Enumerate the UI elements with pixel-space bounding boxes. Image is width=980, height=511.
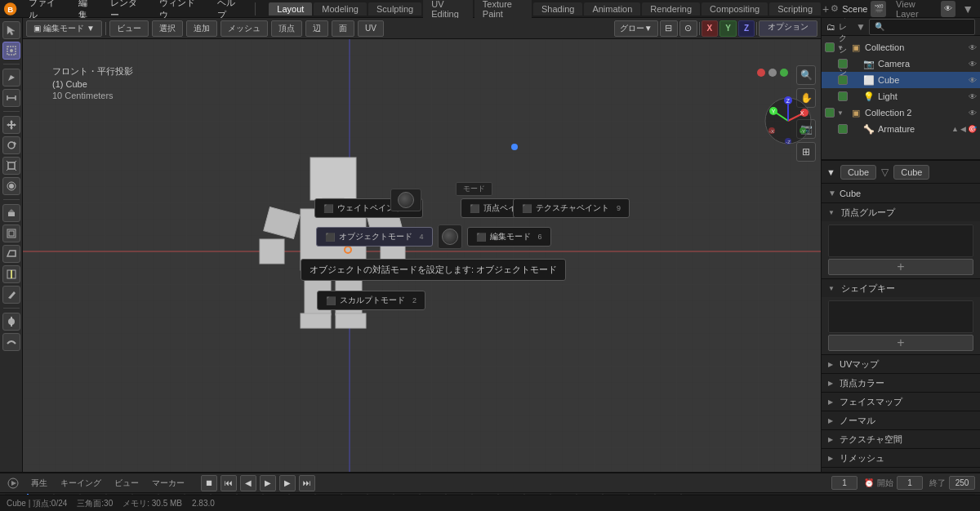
workspace-texture-paint[interactable]: Texture Paint: [474, 0, 532, 20]
workspace-modeling[interactable]: Modeling: [314, 2, 367, 16]
zoom-btn[interactable]: 🔍: [796, 65, 816, 85]
axes-widget[interactable]: X Y Z -X -Y -Z: [764, 96, 813, 145]
vertex-menu[interactable]: 頂点: [271, 20, 302, 37]
option-btn[interactable]: オプション: [759, 20, 817, 37]
object-mode-btn[interactable]: ⬛ オブジェクトモード 4: [316, 227, 433, 247]
section-texture-space-header[interactable]: ▶ テクスチャ空間: [822, 430, 980, 448]
keying-label[interactable]: キーイング: [57, 476, 105, 491]
workspace-sculpting[interactable]: Sculpting: [368, 2, 421, 16]
tool-scale[interactable]: [2, 157, 20, 175]
view-layer-icon[interactable]: 👁: [941, 1, 956, 17]
uv-menu[interactable]: UV: [358, 20, 384, 37]
play-btn[interactable]: ▶: [260, 475, 276, 491]
view-label[interactable]: ビュー: [111, 476, 142, 491]
tree-item-light[interactable]: ▶ 💡 Light 👁: [822, 88, 980, 104]
armature-ctrl-2[interactable]: ◀: [960, 125, 966, 133]
scene-icon[interactable]: 🎬: [871, 1, 886, 17]
tool-loop-cut[interactable]: [2, 265, 20, 283]
tool-annotate[interactable]: [2, 69, 20, 87]
collection2-checkbox[interactable]: [825, 108, 835, 118]
armature-ctrl-1[interactable]: ▲: [951, 125, 959, 133]
workspace-animation[interactable]: Animation: [584, 2, 640, 16]
viewport[interactable]: ▣ 編集モード ▼ ビュー 選択 追加 メッシュ 頂点 辺 面 UV グロー▼ …: [23, 18, 821, 472]
filter-icon[interactable]: ▼: [962, 2, 973, 16]
tool-knife[interactable]: [2, 286, 20, 304]
jump-end-btn[interactable]: ⏭: [299, 475, 315, 491]
armature-ctrl-3[interactable]: 🎯: [968, 125, 977, 133]
mesh-menu[interactable]: メッシュ: [220, 20, 268, 37]
tool-move[interactable]: [2, 116, 20, 134]
workspace-compositing[interactable]: Compositing: [702, 2, 768, 16]
mesh-name-tag[interactable]: Cube: [893, 165, 929, 180]
section-uv-header[interactable]: ▶ UVマップ: [822, 355, 980, 373]
section-face-maps-header[interactable]: ▶ フェイスマップ: [822, 393, 980, 411]
sculpt-mode-btn[interactable]: ⬛ スカルプトモード 2: [317, 291, 425, 310]
collection-checkbox[interactable]: [825, 42, 835, 52]
axis-y-btn[interactable]: Y: [719, 20, 737, 37]
select-menu[interactable]: 選択: [152, 20, 183, 37]
workspace-uv-editing[interactable]: UV Editing: [423, 0, 473, 20]
workspace-layout[interactable]: Layout: [269, 2, 312, 16]
mode-toggle[interactable]: [390, 189, 421, 211]
section-vertex-groups-header[interactable]: ▼ 頂点グループ: [822, 203, 980, 221]
object-name-tag[interactable]: Cube: [840, 165, 876, 180]
tool-extrude[interactable]: [2, 204, 20, 222]
playback-label[interactable]: 再生: [28, 476, 51, 491]
proportional-btn[interactable]: ⊙: [679, 20, 697, 37]
mode-toggle-2[interactable]: [438, 224, 462, 249]
axis-z-btn[interactable]: Z: [738, 20, 755, 37]
tool-rotate[interactable]: [2, 136, 20, 154]
workspace-scripting[interactable]: Scripting: [769, 2, 821, 16]
tool-smooth[interactable]: [2, 333, 20, 351]
mode-dropdown[interactable]: ▣ 編集モード ▼: [26, 20, 102, 37]
current-frame[interactable]: 1: [831, 476, 858, 490]
tool-measure[interactable]: [2, 89, 20, 107]
view-menu[interactable]: ビュー: [109, 20, 149, 37]
edge-menu[interactable]: 辺: [305, 20, 328, 37]
section-vertex-color-header[interactable]: ▶ 頂点カラー: [822, 374, 980, 392]
stop-btn[interactable]: ⏹: [201, 475, 217, 491]
cube-checkbox[interactable]: [838, 75, 848, 85]
add-workspace-btn[interactable]: +: [822, 2, 829, 16]
tree-item-armature[interactable]: ▶ 🦴 Armature ▲ ◀ 🎯: [822, 121, 980, 137]
tree-item-collection2[interactable]: ▼ ▣ Collection 2 👁: [822, 104, 980, 121]
marker-label[interactable]: マーカー: [149, 476, 188, 491]
edit-mode-btn[interactable]: ⬛ 編集モード 6: [467, 227, 551, 247]
snap-btn[interactable]: ⊟: [660, 20, 678, 37]
add-shape-key-btn[interactable]: +: [828, 335, 973, 351]
tool-select-box[interactable]: [2, 42, 20, 60]
timeline-icon[interactable]: [5, 475, 21, 491]
next-frame-btn[interactable]: ▶: [279, 475, 296, 491]
collection2-eye[interactable]: 👁: [969, 109, 977, 118]
end-frame[interactable]: 250: [949, 476, 975, 490]
add-vertex-group-btn[interactable]: +: [828, 259, 973, 275]
tool-transform[interactable]: [2, 177, 20, 195]
tool-inset[interactable]: [2, 224, 20, 242]
filter-outliner-icon[interactable]: ▼: [856, 21, 866, 33]
workspace-rendering[interactable]: Rendering: [642, 2, 700, 16]
face-menu[interactable]: 面: [332, 20, 354, 37]
tool-cursor[interactable]: [2, 21, 20, 39]
prev-frame-btn[interactable]: ◀: [240, 475, 256, 491]
light-checkbox[interactable]: [838, 91, 848, 101]
armature-checkbox[interactable]: [838, 124, 848, 134]
tool-shrink-fatten[interactable]: [2, 313, 20, 331]
texture-paint-btn[interactable]: ⬛ テクスチャペイント 9: [513, 198, 630, 218]
outliner-search[interactable]: [869, 19, 975, 35]
camera-eye[interactable]: 👁: [969, 60, 977, 69]
tool-bevel[interactable]: [2, 245, 20, 263]
section-shape-keys-header[interactable]: ▼ シェイプキー: [822, 279, 980, 297]
workspace-shading[interactable]: Shading: [533, 2, 582, 16]
light-eye[interactable]: 👁: [969, 92, 977, 101]
transform-orientation[interactable]: グロー▼: [614, 20, 658, 37]
viewport-canvas[interactable]: フロント・平行投影 (1) Cube 10 Centimeters 🔍 ✋ 📷 …: [23, 39, 821, 472]
section-normals-header[interactable]: ▶ ノーマル: [822, 411, 980, 429]
section-remesh-header[interactable]: ▶ リメッシュ: [822, 449, 980, 467]
start-frame[interactable]: 1: [897, 476, 923, 490]
camera-checkbox[interactable]: [838, 59, 848, 69]
cube-eye[interactable]: 👁: [969, 76, 977, 85]
jump-start-btn[interactable]: ⏮: [220, 475, 237, 491]
collection-eye[interactable]: 👁: [969, 43, 977, 52]
add-menu[interactable]: 追加: [186, 20, 217, 37]
axis-x-btn[interactable]: X: [702, 20, 719, 37]
